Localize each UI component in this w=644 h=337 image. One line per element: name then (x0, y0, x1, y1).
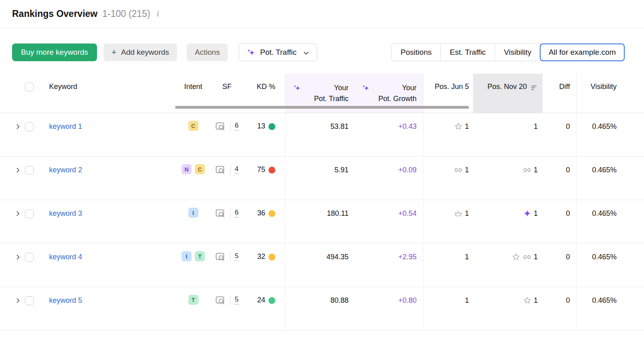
header-expander-spacer (0, 74, 25, 113)
keyword-link[interactable]: keyword 2 (49, 166, 82, 174)
table-header: Keyword Intent SF KD % Your Pot. Traffic… (0, 74, 644, 113)
visibility-cell: 0.465% (576, 200, 644, 243)
add-keywords-label: Add keywords (121, 48, 169, 57)
pot-growth-cell: +0.09 (354, 157, 423, 200)
plus-icon: + (111, 48, 117, 57)
intent-badge-I: I (182, 251, 192, 261)
select-all-checkbox[interactable] (25, 83, 34, 91)
kd-difficulty-dot (268, 254, 275, 261)
sf-cell: 5 (209, 287, 245, 330)
keyword-link[interactable]: keyword 5 (49, 296, 82, 304)
toolbar: Buy more keywords + Add keywords Actions… (12, 43, 625, 61)
pot-traffic-cell: 53.81 (285, 113, 354, 156)
tab-all-for-domain[interactable]: All for example.com (540, 43, 625, 61)
pot-traffic-cell: 494.35 (285, 244, 354, 287)
keyword-link[interactable]: keyword 4 (49, 253, 82, 261)
row-checkbox[interactable] (25, 253, 34, 262)
pot-growth-cell: +0.43 (354, 113, 423, 156)
ai-sparkle-icon (246, 48, 256, 57)
keyword-cell: keyword 3 (43, 200, 177, 243)
serp-features-count[interactable]: 6 (235, 121, 238, 130)
intent-cell: T (177, 287, 209, 330)
tab-est-traffic[interactable]: Est. Traffic (440, 43, 495, 61)
pos-jun5-cell: 1 (423, 244, 473, 287)
checkbox-cell (25, 244, 43, 287)
pos-jun5-cell: 1 (423, 157, 473, 200)
pot-traffic-cell: 80.88 (285, 287, 354, 330)
crown-icon (454, 209, 463, 218)
column-header-visibility[interactable]: Visibility (576, 74, 644, 113)
pos-jun5-cell: 1 (423, 287, 473, 330)
serp-features-count[interactable]: 6 (235, 208, 238, 217)
row-checkbox[interactable] (25, 122, 34, 131)
keyword-cell: keyword 4 (43, 244, 177, 287)
table-row: keyword 3 I 6 36 180.11 +0.54 1 1 0 0.46… (0, 200, 644, 244)
keyword-cell: keyword 2 (43, 157, 177, 200)
pos-jun5-cell: 1 (423, 113, 473, 156)
serp-features-icon (215, 122, 226, 132)
pos-jun5-cell: 1 (423, 200, 473, 243)
expand-row-icon[interactable] (0, 244, 25, 287)
link-icon (522, 252, 532, 262)
row-checkbox[interactable] (25, 166, 34, 175)
row-checkbox[interactable] (25, 209, 34, 218)
actions-button[interactable]: Actions (187, 43, 228, 61)
intent-cell: NC (177, 157, 209, 200)
visibility-cell: 0.465% (576, 244, 644, 287)
ai-sparkle-icon (293, 84, 301, 94)
results-range: 1-100 (215) (102, 8, 150, 19)
buy-more-keywords-button[interactable]: Buy more keywords (12, 43, 97, 61)
intent-badge-C: C (195, 164, 205, 174)
serp-features-count[interactable]: 5 (235, 295, 238, 304)
pos-nov20-cell: 1 (473, 113, 543, 156)
row-checkbox[interactable] (25, 296, 34, 305)
add-keywords-button[interactable]: + Add keywords (103, 43, 177, 61)
horizontal-scrollbar[interactable] (175, 106, 469, 109)
metric-dropdown[interactable]: Pot. Traffic (239, 43, 317, 61)
keyword-link[interactable]: keyword 1 (49, 122, 82, 130)
tab-positions[interactable]: Positions (391, 43, 441, 61)
position-value: 1 (465, 165, 469, 175)
pos-nov20-header-label: Pos. Nov 20 (487, 83, 527, 91)
serp-features-count[interactable]: 4 (235, 165, 238, 174)
serp-features-icon (215, 165, 226, 175)
spark-icon (523, 209, 532, 218)
keyword-link[interactable]: keyword 3 (49, 209, 82, 217)
checkbox-cell (25, 200, 43, 243)
kd-cell: 75 (245, 157, 285, 200)
info-icon[interactable]: i (157, 9, 159, 19)
expand-row-icon[interactable] (0, 287, 25, 330)
pot-traffic-header-label: Your Pot. Traffic (301, 83, 354, 104)
table-row: keyword 2 NC 4 75 5.91 +0.09 1 1 0 0.465… (0, 157, 644, 200)
intent-badge-C: C (188, 121, 198, 131)
sf-divider (230, 121, 231, 132)
column-header-pos-nov20[interactable]: Pos. Nov 20 (473, 74, 543, 113)
star-icon (512, 252, 520, 261)
position-value: 1 (534, 252, 538, 262)
expand-row-icon[interactable] (0, 157, 25, 200)
pos-nov20-cell: 1 (473, 157, 543, 200)
table-row: keyword 1 C 6 13 53.81 +0.43 1 1 0 0.465… (0, 113, 644, 157)
kd-value: 24 (257, 296, 265, 304)
chevron-down-icon (303, 50, 310, 56)
link-icon (454, 165, 463, 175)
sf-cell: 5 (209, 244, 245, 287)
pot-traffic-cell: 5.91 (285, 157, 354, 200)
expand-row-icon[interactable] (0, 200, 25, 243)
diff-cell: 0 (543, 113, 576, 156)
keyword-cell: keyword 5 (43, 287, 177, 330)
tab-visibility[interactable]: Visibility (495, 43, 541, 61)
column-header-keyword[interactable]: Keyword (43, 74, 177, 113)
column-header-diff[interactable]: Diff (543, 74, 576, 113)
checkbox-cell (25, 113, 43, 156)
pot-growth-cell: +0.80 (354, 287, 423, 330)
serp-features-count[interactable]: 5 (235, 252, 238, 261)
expand-row-icon[interactable] (0, 113, 25, 156)
kd-difficulty-dot (268, 167, 275, 174)
table-row: keyword 4 IT 5 32 494.35 +2.95 1 1 0 0.4… (0, 244, 644, 287)
intent-badge-T: T (195, 251, 205, 261)
pot-growth-header-label: Your Pot. Growth (370, 83, 423, 104)
kd-cell: 32 (245, 244, 285, 287)
pot-growth-cell: +0.54 (354, 200, 423, 243)
serp-features-icon (215, 209, 226, 219)
